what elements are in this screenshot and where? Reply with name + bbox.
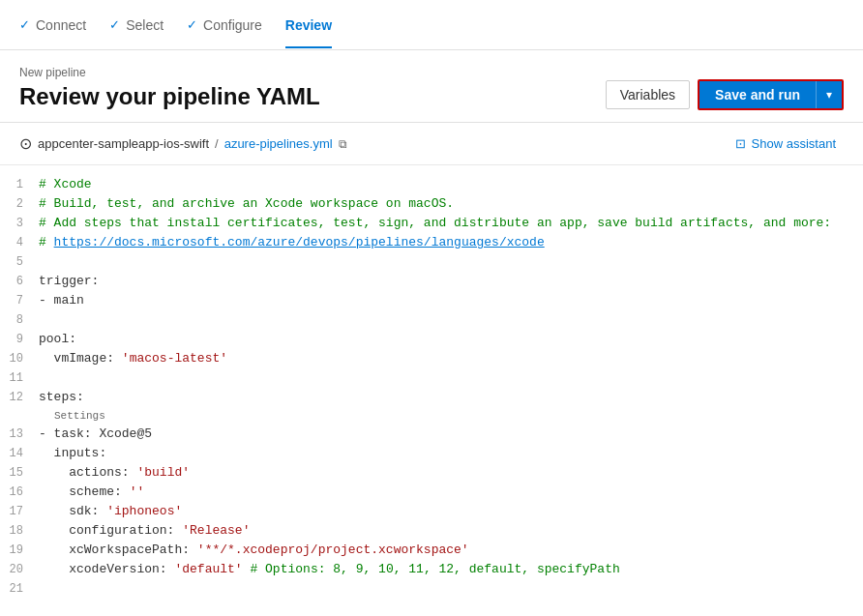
line-content: xcWorkspacePath: '**/*.xcodeproj/project… [39,541,863,560]
breadcrumb: New pipeline [19,66,320,79]
code-line: 1 # Xcode [0,175,863,194]
check-icon: ✓ [19,17,30,32]
line-number: 15 [0,463,39,483]
line-content: vmImage: 'macos-latest' [39,349,863,368]
line-content: # Add steps that install certificates, t… [39,214,863,233]
line-number: 10 [0,349,39,368]
settings-label: Settings [0,407,863,425]
line-number: 2 [0,194,39,214]
line-number: 13 [0,425,39,444]
line-number: 12 [0,388,39,407]
code-line: 19 xcWorkspacePath: '**/*.xcodeproj/proj… [0,541,863,560]
code-line: 21 [0,579,863,599]
line-content: sdk: 'iphoneos' [39,502,863,521]
step-select[interactable]: ✓ Select [109,17,187,33]
path-separator: / [215,136,219,151]
code-line: 7 - main [0,291,863,310]
code-line: 18 configuration: 'Release' [0,521,863,541]
step-configure-label: Configure [203,17,262,33]
line-number: 4 [0,233,39,252]
line-content: - task: Xcode@5 [39,425,863,444]
line-number: 11 [0,368,39,388]
line-number: 17 [0,502,39,521]
code-line: 2 # Build, test, and archive an Xcode wo… [0,194,863,214]
code-line: 13 - task: Xcode@5 [0,425,863,444]
save-run-dropdown-button[interactable]: ▾ [816,81,842,108]
line-content: pool: [39,330,863,349]
copy-icon[interactable]: ⧉ [339,137,347,151]
show-assistant-label: Show assistant [752,136,836,151]
step-connect-label: Connect [36,17,86,33]
step-review-label: Review [285,17,332,33]
code-line: 4 # https://docs.microsoft.com/azure/dev… [0,233,863,252]
code-line: 16 scheme: '' [0,483,863,502]
header-left: New pipeline Review your pipeline YAML [19,66,320,110]
code-line: 8 [0,310,863,330]
assistant-icon: ⊡ [735,136,746,151]
line-number: 8 [0,310,39,330]
line-number: 9 [0,330,39,349]
line-content: inputs: [39,444,863,463]
code-line: 20 xcodeVersion: 'default' # Options: 8,… [0,560,863,579]
code-line: 11 [0,368,863,388]
step-configure[interactable]: ✓ Configure [187,17,285,33]
line-number: 19 [0,541,39,560]
line-content: configuration: 'Release' [39,521,863,541]
filepath-row: ⊙ appcenter-sampleapp-ios-swift / azure-… [0,123,863,165]
line-content: scheme: '' [39,483,863,502]
step-review[interactable]: Review [285,17,355,33]
header-right: Variables Save and run ▾ [606,79,844,110]
line-number: 18 [0,521,39,541]
header-area: New pipeline Review your pipeline YAML V… [0,50,863,123]
code-line: 17 sdk: 'iphoneos' [0,502,863,521]
step-connect[interactable]: ✓ Connect [19,17,109,33]
line-number: 21 [0,579,39,599]
line-content: # Xcode [39,175,863,194]
line-number: 20 [0,560,39,579]
line-content: steps: [39,388,863,407]
line-content: xcodeVersion: 'default' # Options: 8, 9,… [39,560,863,579]
code-line: 5 [0,252,863,272]
save-run-group: Save and run ▾ [698,79,844,110]
line-number: 6 [0,272,39,291]
code-line: 10 vmImage: 'macos-latest' [0,349,863,368]
line-number: 5 [0,252,39,272]
line-number: 16 [0,483,39,502]
github-icon: ⊙ [19,134,32,153]
filename[interactable]: azure-pipelines.yml [224,136,333,151]
save-and-run-button[interactable]: Save and run [699,81,816,108]
steps-nav: ✓ Connect ✓ Select ✓ Configure Review [0,0,863,50]
line-content: trigger: [39,272,863,291]
code-line: 12 steps: [0,388,863,407]
line-number: 1 [0,175,39,194]
page-title: Review your pipeline YAML [19,83,320,110]
code-line: 3 # Add steps that install certificates,… [0,214,863,233]
line-content: # https://docs.microsoft.com/azure/devop… [39,233,863,252]
show-assistant-button[interactable]: ⊡ Show assistant [728,132,844,155]
code-line: 14 inputs: [0,444,863,463]
line-content: actions: 'build' [39,463,863,483]
step-select-label: Select [126,17,164,33]
line-number: 7 [0,291,39,310]
check-icon: ✓ [109,17,120,32]
line-number: 3 [0,214,39,233]
code-line: 6 trigger: [0,272,863,291]
variables-button[interactable]: Variables [606,80,690,109]
check-icon: ✓ [187,17,197,32]
code-line: 9 pool: [0,330,863,349]
filepath-left: ⊙ appcenter-sampleapp-ios-swift / azure-… [19,134,347,153]
code-editor[interactable]: 1 # Xcode 2 # Build, test, and archive a… [0,165,863,608]
line-content: # Build, test, and archive an Xcode work… [39,194,863,214]
line-number: 14 [0,444,39,463]
code-line: 15 actions: 'build' [0,463,863,483]
repo-name: appcenter-sampleapp-ios-swift [38,136,209,151]
line-content: - main [39,291,863,310]
